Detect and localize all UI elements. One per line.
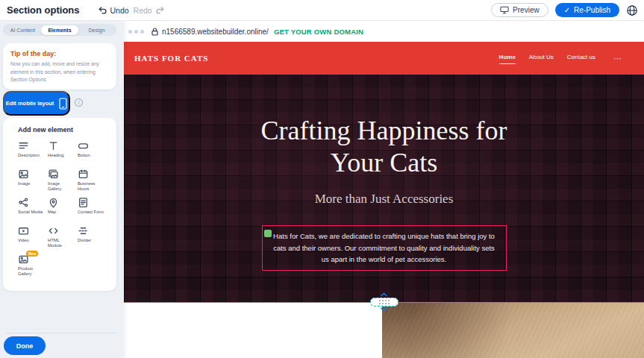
html-module-icon xyxy=(48,225,59,236)
heading-icon xyxy=(48,140,59,151)
sidebar: AI Content Elements Design Tip of the da… xyxy=(0,21,124,358)
element-tile-video[interactable]: Video xyxy=(18,225,48,248)
arrow-up-icon xyxy=(381,292,387,297)
preview-pane: n1566589.websitebuilder.online/ GET YOUR… xyxy=(124,21,644,358)
republish-label: Re-Publish xyxy=(574,6,610,14)
panel-tabs: AI Content Elements Design xyxy=(3,24,116,36)
element-tile-heading[interactable]: Heading xyxy=(48,140,78,163)
hero-subtitle[interactable]: More than Just Accessories xyxy=(124,192,644,207)
add-element-title: Add new element xyxy=(18,126,116,134)
get-domain-link[interactable]: GET YOUR OWN DOMAIN xyxy=(274,28,363,36)
hero-section[interactable]: Crafting Happiness for Your Cats More th… xyxy=(124,75,644,303)
edit-mobile-layout-button[interactable]: Edit mobile layout xyxy=(3,91,70,116)
map-icon xyxy=(48,197,59,208)
element-label: Image Gallery xyxy=(48,181,75,192)
element-label: Heading xyxy=(48,153,64,158)
tip-body: Now you can add, move and resize any ele… xyxy=(10,60,109,84)
site-url: n1566589.websitebuilder.online/ xyxy=(162,28,269,36)
arrow-down-icon xyxy=(381,307,387,312)
hero-title[interactable]: Crafting Happiness for Your Cats xyxy=(124,115,644,179)
element-tile-html-module[interactable]: HTML Module xyxy=(48,225,78,248)
check-icon: ✓ xyxy=(564,6,570,14)
grip-dots-icon xyxy=(379,300,390,304)
language-globe-icon[interactable] xyxy=(626,4,638,16)
image-gallery-icon xyxy=(48,169,59,180)
hero-paragraph-selected[interactable]: Hats for Cats, we are dedicated to craft… xyxy=(262,225,507,271)
element-label: Social Media xyxy=(18,210,43,215)
browser-dot xyxy=(140,30,144,34)
republish-button[interactable]: ✓ Re-Publish xyxy=(555,3,619,17)
info-icon[interactable]: i xyxy=(75,98,83,107)
sidebar-divider xyxy=(6,333,116,333)
contact-form-icon xyxy=(78,197,89,208)
done-button[interactable]: Done xyxy=(4,336,46,355)
monitor-icon xyxy=(500,6,509,14)
page-title: Section options xyxy=(7,4,80,16)
undo-button[interactable]: Undo xyxy=(98,5,129,15)
history-controls: Undo Redo xyxy=(98,5,165,15)
element-tile-description[interactable]: Description xyxy=(18,140,48,163)
element-label: Product Gallery xyxy=(18,266,45,277)
element-label: Contact Form xyxy=(78,210,104,215)
tab-design[interactable]: Design xyxy=(78,25,116,35)
site-header[interactable]: HATS FOR CATS Home About Us Contact us ⋯ xyxy=(124,42,644,75)
element-tile-business-hours[interactable]: Business Hours xyxy=(78,169,107,192)
hero-paragraph-text: Hats for Cats, we are dedicated to craft… xyxy=(273,232,495,263)
preview-button[interactable]: Preview xyxy=(491,3,548,17)
browser-dot xyxy=(134,30,138,34)
site-logo[interactable]: HATS FOR CATS xyxy=(134,54,208,63)
element-label: Business Hours xyxy=(78,181,104,192)
element-grid: Description Heading Button Image xyxy=(18,140,116,277)
browser-bar: n1566589.websitebuilder.online/ GET YOUR… xyxy=(124,21,644,42)
next-section-photo[interactable] xyxy=(382,303,644,358)
element-label: Video xyxy=(18,238,29,243)
element-label: HTML Module xyxy=(48,238,75,248)
element-label: Description xyxy=(18,153,40,158)
new-badge: New xyxy=(26,251,38,257)
element-label: Divider xyxy=(78,238,91,243)
section-resize-handle[interactable] xyxy=(370,292,398,312)
hero-title-line1: Crafting Happiness for xyxy=(261,116,507,145)
element-tile-contact-form[interactable]: Contact Form xyxy=(78,197,107,220)
tip-title: Tip of the day: xyxy=(10,50,109,57)
site-canvas: HATS FOR CATS Home About Us Contact us ⋯… xyxy=(124,42,644,358)
element-tile-image[interactable]: Image xyxy=(18,169,48,192)
nav-item-about[interactable]: About Us xyxy=(529,54,554,63)
nav-item-contact[interactable]: Contact us xyxy=(567,54,595,63)
add-element-card: Add new element Description Heading Butt… xyxy=(3,118,116,291)
image-icon xyxy=(18,169,29,180)
undo-label: Undo xyxy=(110,6,129,15)
phone-icon xyxy=(59,98,67,110)
divider-icon xyxy=(78,225,89,236)
nav-item-home[interactable]: Home xyxy=(499,54,516,64)
redo-label: Redo xyxy=(134,6,152,15)
video-icon xyxy=(18,225,29,236)
tip-card: Tip of the day: Now you can add, move an… xyxy=(3,43,116,90)
site-nav: Home About Us Contact us ⋯ xyxy=(499,54,622,63)
element-label: Button xyxy=(78,153,90,158)
element-tile-map[interactable]: Map xyxy=(48,197,78,220)
edit-mobile-label: Edit mobile layout xyxy=(6,100,54,107)
element-tile-divider[interactable]: Divider xyxy=(78,225,107,248)
element-drag-handle[interactable] xyxy=(264,230,272,237)
element-label: Image xyxy=(18,181,30,186)
tab-ai-content[interactable]: AI Content xyxy=(4,25,42,35)
element-tile-image-gallery[interactable]: Image Gallery xyxy=(48,169,78,192)
element-tile-button[interactable]: Button xyxy=(78,140,107,163)
topbar: Section options Undo Redo Preview ✓ Re-P… xyxy=(0,0,644,21)
element-tile-social-media[interactable]: Social Media xyxy=(18,197,48,220)
redo-icon xyxy=(155,5,165,15)
section-grip[interactable] xyxy=(370,298,398,307)
redo-button[interactable]: Redo xyxy=(134,5,165,15)
element-tile-product-gallery[interactable]: New Product Gallery xyxy=(18,254,48,277)
tab-elements[interactable]: Elements xyxy=(41,25,78,35)
browser-dot xyxy=(128,30,132,34)
description-icon xyxy=(18,140,29,151)
undo-icon xyxy=(98,5,107,15)
lock-icon xyxy=(151,28,158,36)
button-icon xyxy=(78,140,89,151)
hero-title-line2: Your Cats xyxy=(331,148,437,178)
business-hours-icon xyxy=(78,169,89,180)
preview-label: Preview xyxy=(513,6,540,14)
element-label: Map xyxy=(48,210,56,215)
